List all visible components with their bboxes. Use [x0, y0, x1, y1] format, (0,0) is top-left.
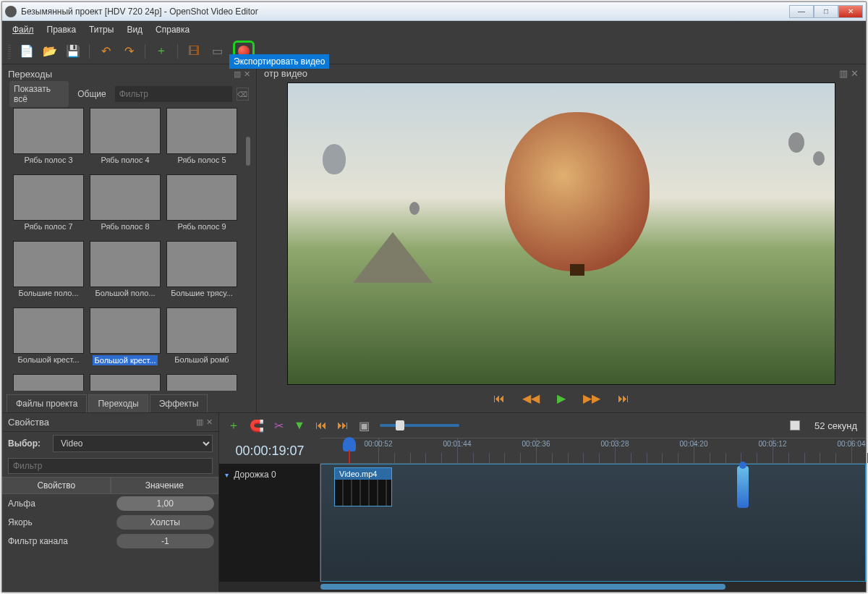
timeline-ruler[interactable]: 00:00:5200:01:4400:02:3600:03:2800:04:20… — [320, 438, 866, 464]
save-project-icon[interactable]: 💾 — [66, 44, 80, 59]
transition-item[interactable]: Большой крест... — [89, 307, 161, 371]
playback-controls: ⏮ ◀◀ ▶ ▶▶ ⏭ — [257, 385, 866, 412]
next-marker-icon[interactable]: ⏭ — [337, 419, 349, 432]
import-files-icon[interactable]: ＋ — [154, 44, 169, 59]
add-marker-icon[interactable]: ▼ — [294, 419, 305, 432]
menu-edit[interactable]: Правка — [41, 22, 82, 37]
timeline-timecode: 00:00:19:07 — [219, 438, 320, 464]
properties-table: Свойство Значение Альфа1,00ЯкорьХолстыФи… — [2, 477, 218, 592]
transition-thumbnail — [13, 108, 84, 154]
preview-balloon-small — [813, 151, 825, 166]
open-project-icon[interactable]: 📂 — [43, 44, 57, 59]
transition-item[interactable]: Рябь полос 5 — [166, 108, 238, 171]
clear-filter-icon[interactable]: ⌫ — [237, 88, 249, 101]
clip-end-handle[interactable] — [737, 466, 749, 508]
undo-icon[interactable]: ↶ — [98, 44, 113, 59]
center-playhead-icon[interactable]: ▣ — [359, 419, 370, 433]
transitions-filter-input[interactable] — [115, 86, 232, 102]
snap-icon[interactable]: 🧲 — [250, 419, 264, 433]
transition-label: Рябь полос 9 — [177, 222, 226, 231]
col-value[interactable]: Значение — [111, 477, 219, 494]
preview-pyramid — [353, 232, 433, 283]
property-row[interactable]: ЯкорьХолсты — [2, 513, 218, 532]
export-video-tooltip: Экспортировать видео — [229, 54, 329, 69]
tab-transitions[interactable]: Переходы — [88, 394, 148, 412]
panel-close-icon[interactable]: ✕ — [244, 69, 250, 79]
ruler-label: 00:00:52 — [365, 440, 393, 448]
track-chevron-icon[interactable]: ▾ — [225, 471, 229, 479]
panel-close-icon[interactable]: ✕ — [206, 417, 213, 427]
transition-item[interactable]: Рябь полос 3 — [12, 108, 85, 171]
prev-marker-icon[interactable]: ⏮ — [315, 419, 327, 432]
transitions-scrollbar[interactable] — [243, 108, 253, 391]
rewind-icon[interactable]: ◀◀ — [522, 391, 540, 405]
transition-item[interactable]: Рябь полос 7 — [12, 174, 85, 238]
transition-item[interactable]: Рябь полос 8 — [89, 174, 161, 238]
transition-thumbnail — [90, 374, 161, 391]
transition-item[interactable]: Большой крест... — [12, 307, 85, 371]
property-value[interactable]: 1,00 — [116, 496, 215, 511]
menu-help[interactable]: Справка — [150, 22, 195, 37]
transition-item[interactable]: Большие трясу... — [166, 241, 238, 305]
property-row[interactable]: Альфа1,00 — [2, 494, 218, 513]
video-preview[interactable] — [287, 82, 835, 385]
go-start-icon[interactable]: ⏮ — [493, 392, 505, 405]
profile-icon[interactable]: 🎞 — [187, 44, 201, 59]
window-minimize-button[interactable]: — — [789, 5, 814, 18]
toolbar-separator — [89, 44, 90, 59]
transition-item[interactable] — [89, 374, 161, 391]
transition-item[interactable]: Большие поло... — [12, 241, 85, 305]
timeline-clip[interactable]: Video.mp4 — [334, 467, 392, 506]
transitions-grid: Рябь полос 3Рябь полос 4Рябь полос 5Рябь… — [12, 108, 243, 391]
ruler-label: 00:02:36 — [522, 440, 550, 448]
property-name: Фильтр канала — [2, 533, 112, 550]
panel-close-icon[interactable]: ✕ — [851, 68, 859, 79]
transition-item[interactable] — [12, 374, 85, 391]
select-item-dropdown[interactable]: Video — [53, 435, 213, 452]
window-maximize-button[interactable]: □ — [814, 5, 838, 18]
playhead[interactable] — [343, 437, 356, 451]
transition-thumbnail — [13, 307, 84, 354]
panel-detach-icon[interactable]: ▥ — [234, 69, 241, 79]
redo-icon[interactable]: ↷ — [122, 44, 136, 59]
fast-forward-icon[interactable]: ▶▶ — [583, 391, 600, 405]
transition-label: Рябь полос 4 — [101, 156, 149, 164]
transition-item[interactable]: Рябь полос 9 — [166, 174, 238, 238]
tab-project-files[interactable]: Файлы проекта — [7, 394, 87, 412]
go-end-icon[interactable]: ⏭ — [618, 392, 629, 405]
panel-detach-icon[interactable]: ▥ — [839, 68, 848, 79]
tab-effects[interactable]: Эффекты — [150, 394, 208, 412]
transition-item[interactable]: Большой поло... — [89, 241, 161, 305]
property-value[interactable]: Холсты — [116, 515, 215, 530]
transitions-panel-title: Переходы — [8, 69, 52, 80]
timeline-horizontal-scrollbar[interactable] — [219, 582, 866, 592]
razor-icon[interactable]: ✂ — [274, 419, 284, 433]
transition-thumbnail — [166, 241, 237, 287]
transition-thumbnail — [166, 108, 237, 154]
track-header[interactable]: ▾ Дорожка 0 — [219, 464, 320, 582]
properties-filter-input[interactable] — [8, 458, 213, 474]
menu-file[interactable]: Файл — [7, 22, 40, 37]
transition-item[interactable]: Большой ромб — [166, 307, 238, 371]
duration-checkbox[interactable] — [790, 420, 800, 430]
property-row[interactable]: Фильтр канала-1 — [2, 532, 218, 551]
property-value[interactable]: -1 — [116, 534, 215, 548]
show-all-chip[interactable]: Показать всё — [9, 81, 69, 107]
preview-balloon-small — [323, 144, 346, 174]
fullscreen-icon[interactable]: ▭ — [210, 44, 224, 59]
col-property[interactable]: Свойство — [2, 477, 111, 494]
transition-item[interactable] — [166, 374, 238, 391]
menu-titles[interactable]: Титры — [83, 22, 119, 37]
menu-view[interactable]: Вид — [121, 22, 148, 37]
new-project-icon[interactable]: 📄 — [20, 44, 34, 59]
zoom-slider[interactable] — [380, 424, 459, 427]
track-body[interactable]: Video.mp4 — [320, 464, 866, 582]
window-close-button[interactable]: ✕ — [838, 5, 863, 18]
panel-detach-icon[interactable]: ▥ — [196, 417, 203, 427]
preview-balloon-small — [788, 132, 804, 153]
add-track-icon[interactable]: ＋ — [228, 418, 239, 433]
common-chip[interactable]: Общие — [73, 86, 110, 102]
play-icon[interactable]: ▶ — [557, 391, 566, 405]
toolbar-separator — [177, 44, 178, 59]
transition-item[interactable]: Рябь полос 4 — [89, 108, 161, 171]
